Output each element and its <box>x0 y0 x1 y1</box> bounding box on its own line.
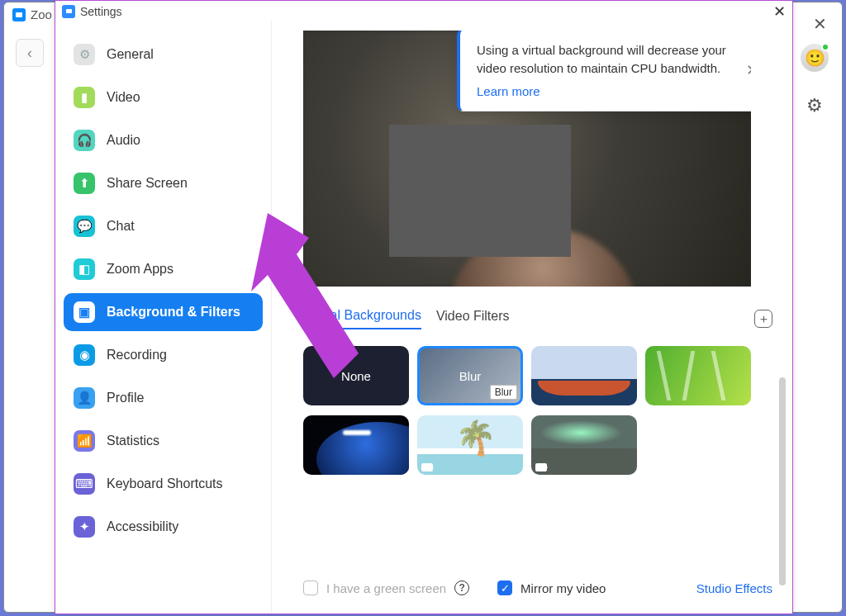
chat-icon: 💬 <box>74 216 95 237</box>
keyboard-icon: ⌨ <box>74 473 95 495</box>
green-screen-checkbox[interactable] <box>303 580 318 595</box>
sidebar-item-audio[interactable]: 🎧Audio <box>64 121 263 159</box>
sidebar-item-label: Accessibility <box>107 519 178 534</box>
audio-icon: 🎧 <box>74 130 95 151</box>
blur-tooltip: Blur <box>490 385 517 400</box>
background-option-earth[interactable] <box>303 415 409 475</box>
background-option-grass[interactable] <box>645 346 751 405</box>
main-panel: Using a virtual background will decrease… <box>272 21 792 614</box>
share-screen-icon: ⬆ <box>74 173 95 194</box>
browser-tab-label: Zoo <box>31 7 52 21</box>
zoom-apps-icon: ◧ <box>74 258 95 280</box>
video-badge-icon <box>421 463 433 471</box>
sidebar-item-profile[interactable]: 👤Profile <box>64 379 263 417</box>
video-badge-icon <box>535 463 547 471</box>
background-grid: None Blur Blur 🌴 <box>303 346 772 475</box>
add-background-button[interactable]: ＋ <box>754 310 772 328</box>
mirror-video-checkbox[interactable]: ✓ <box>497 580 512 595</box>
banner-close-icon[interactable]: ✕ <box>746 61 751 79</box>
settings-titlebar: Settings ✕ <box>55 1 792 21</box>
presence-dot-icon <box>821 43 829 51</box>
sidebar-item-label: Zoom Apps <box>107 262 173 277</box>
sidebar-item-background-filters[interactable]: ▣Background & Filters <box>64 293 263 331</box>
sidebar-item-label: Background & Filters <box>107 305 240 320</box>
video-icon: ▮ <box>74 87 95 108</box>
info-banner-text: Using a virtual background will decrease… <box>477 41 737 78</box>
sidebar-item-label: General <box>107 47 154 62</box>
recording-icon: ◉ <box>74 344 95 366</box>
browser-tab[interactable]: Zoo <box>12 7 52 21</box>
sidebar-item-label: Share Screen <box>107 176 188 191</box>
background-option-golden-gate[interactable] <box>531 346 637 405</box>
video-preview: Using a virtual background will decrease… <box>303 31 751 287</box>
general-icon: ⚙ <box>74 44 95 65</box>
background-option-aurora[interactable] <box>531 415 637 475</box>
bottom-options: I have a green screen ? ✓ Mirror my vide… <box>303 580 772 595</box>
sub-tabs: Virtual Backgrounds Video Filters ＋ <box>303 308 772 329</box>
info-banner: Using a virtual background will decrease… <box>457 31 751 111</box>
redacted-region <box>389 125 571 257</box>
sidebar-item-keyboard-shortcuts[interactable]: ⌨Keyboard Shortcuts <box>64 465 263 503</box>
sidebar-item-label: Recording <box>107 348 167 362</box>
settings-title: Settings <box>80 5 122 18</box>
statistics-icon: 📶 <box>74 430 95 452</box>
background-filters-icon: ▣ <box>74 301 95 323</box>
profile-icon: 👤 <box>74 387 95 409</box>
sidebar-item-statistics[interactable]: 📶Statistics <box>64 422 263 460</box>
close-icon[interactable]: ✕ <box>773 2 786 21</box>
sidebar-item-share-screen[interactable]: ⬆Share Screen <box>64 164 263 202</box>
sidebar-item-general[interactable]: ⚙General <box>64 36 263 73</box>
sidebar-item-accessibility[interactable]: ✦Accessibility <box>64 508 263 546</box>
background-option-beach[interactable]: 🌴 <box>417 415 523 475</box>
sidebar-item-label: Profile <box>107 391 144 405</box>
background-option-blur[interactable]: Blur Blur <box>417 346 523 405</box>
gear-icon[interactable]: ⚙ <box>806 95 823 116</box>
settings-sidebar: ⚙General ▮Video 🎧Audio ⬆Share Screen 💬Ch… <box>55 21 272 614</box>
studio-effects-link[interactable]: Studio Effects <box>696 581 772 595</box>
tab-video-filters[interactable]: Video Filters <box>436 309 510 329</box>
sidebar-item-video[interactable]: ▮Video <box>64 78 263 116</box>
background-option-none[interactable]: None <box>303 346 409 405</box>
mirror-video-label: Mirror my video <box>520 581 606 595</box>
sidebar-item-label: Statistics <box>107 434 159 448</box>
avatar[interactable]: 🙂 <box>801 44 829 72</box>
browser-close-icon[interactable]: ✕ <box>813 14 827 34</box>
sidebar-item-label: Video <box>107 90 140 105</box>
sidebar-item-label: Keyboard Shortcuts <box>107 476 223 491</box>
sidebar-item-label: Audio <box>107 133 140 148</box>
green-screen-label: I have a green screen <box>326 581 446 595</box>
sidebar-item-chat[interactable]: 💬Chat <box>64 207 263 245</box>
tab-virtual-backgrounds[interactable]: Virtual Backgrounds <box>303 308 421 329</box>
scrollbar[interactable] <box>779 377 786 585</box>
browser-back-button[interactable]: ‹ <box>16 39 44 67</box>
sidebar-item-recording[interactable]: ◉Recording <box>64 336 263 374</box>
sidebar-item-zoom-apps[interactable]: ◧Zoom Apps <box>64 250 263 288</box>
help-icon[interactable]: ? <box>454 580 469 595</box>
zoom-icon <box>62 5 75 18</box>
sidebar-item-label: Chat <box>107 219 135 234</box>
settings-window: Settings ✕ ⚙General ▮Video 🎧Audio ⬆Share… <box>55 0 793 614</box>
accessibility-icon: ✦ <box>74 516 95 538</box>
zoom-icon <box>12 8 26 21</box>
learn-more-link[interactable]: Learn more <box>477 84 540 98</box>
